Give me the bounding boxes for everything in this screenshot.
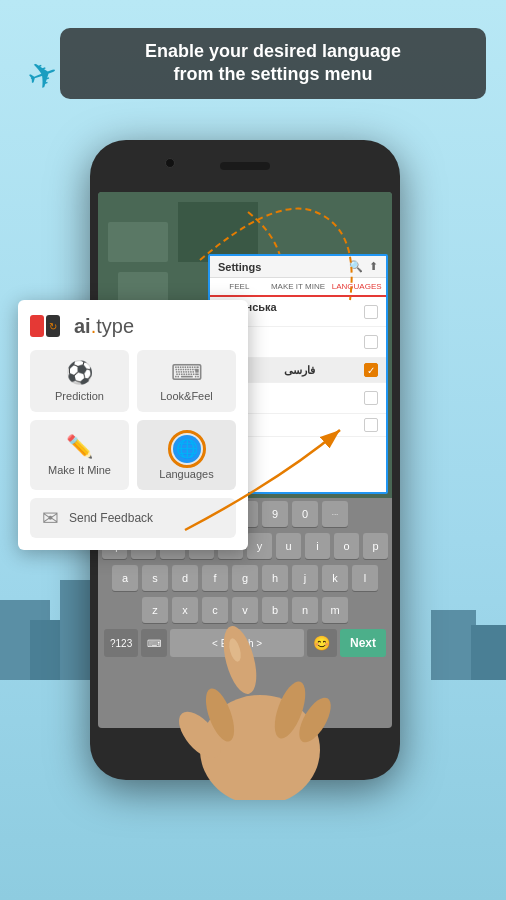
aitype-logo: ↻ ai.type: [30, 312, 236, 340]
lang-farsi-check[interactable]: ✓: [364, 363, 378, 377]
key-j[interactable]: j: [292, 565, 318, 591]
key-g[interactable]: g: [232, 565, 258, 591]
key-d[interactable]: d: [172, 565, 198, 591]
makeitmine-icon: ✏️: [66, 434, 93, 460]
search-icon[interactable]: 🔍: [349, 260, 363, 273]
key-h[interactable]: h: [262, 565, 288, 591]
svg-point-5: [217, 623, 262, 698]
aitype-popup: ↻ ai.type ⚽ Prediction ⌨ Look&Feel ✏️ Ma…: [18, 300, 248, 550]
lang-hebrew-check[interactable]: [364, 335, 378, 349]
menu-item-lookfeel[interactable]: ⌨ Look&Feel: [137, 350, 236, 412]
menu-item-prediction[interactable]: ⚽ Prediction: [30, 350, 129, 412]
lang-farsi: فارسی: [284, 364, 315, 377]
key-k[interactable]: k: [322, 565, 348, 591]
feedback-icon: ✉: [42, 506, 59, 530]
menu-item-makeitmine[interactable]: ✏️ Make It Mine: [30, 420, 129, 490]
key-a[interactable]: a: [112, 565, 138, 591]
logo-text: ai.type: [74, 315, 134, 338]
settings-header: Settings 🔍 ⬆: [210, 256, 386, 278]
top-banner: Enable your desired languagefrom the set…: [60, 28, 486, 99]
globe-icon: 🌐: [173, 435, 201, 463]
key-l[interactable]: l: [352, 565, 378, 591]
svg-rect-1: [108, 222, 168, 262]
lang-nepali-check[interactable]: [364, 391, 378, 405]
svg-rect-2: [178, 202, 258, 262]
languages-label: Languages: [159, 468, 213, 480]
feedback-label: Send Feedback: [69, 511, 153, 525]
key-p[interactable]: p: [363, 533, 388, 559]
menu-feedback[interactable]: ✉ Send Feedback: [30, 498, 236, 538]
phone-camera: [165, 158, 175, 168]
lookfeel-icon: ⌨: [171, 360, 203, 386]
key-o[interactable]: o: [334, 533, 359, 559]
share-icon[interactable]: ⬆: [369, 260, 378, 273]
key-u[interactable]: u: [276, 533, 301, 559]
key-9[interactable]: 9: [262, 501, 288, 527]
hand-svg: [160, 620, 360, 800]
logo-icon: ↻: [30, 312, 68, 340]
svg-rect-3: [118, 272, 168, 302]
tab-make-it-mine[interactable]: MAKE IT MINE: [269, 278, 328, 295]
key-0[interactable]: 0: [292, 501, 318, 527]
lookfeel-label: Look&Feel: [160, 390, 213, 402]
lang-ukrainian-check[interactable]: [364, 305, 378, 319]
languages-circle: 🌐: [168, 430, 206, 468]
lang-marathi-check[interactable]: [364, 418, 378, 432]
settings-tabs: FEEL MAKE IT MINE LANGUAGES: [210, 278, 386, 297]
key-s[interactable]: s: [142, 565, 168, 591]
menu-item-languages[interactable]: 🌐 Languages: [137, 420, 236, 490]
key-i[interactable]: i: [305, 533, 330, 559]
menu-grid: ⚽ Prediction ⌨ Look&Feel ✏️ Make It Mine…: [30, 350, 236, 490]
prediction-icon: ⚽: [66, 360, 93, 386]
settings-title: Settings: [218, 261, 261, 273]
tab-languages[interactable]: LANGUAGES: [327, 278, 386, 297]
key-y[interactable]: y: [247, 533, 272, 559]
makeitmine-label: Make It Mine: [48, 464, 111, 476]
banner-text: Enable your desired languagefrom the set…: [76, 40, 470, 87]
key-dots[interactable]: ···: [322, 501, 348, 527]
phone-speaker: [220, 162, 270, 170]
hand-pointing: [160, 620, 360, 800]
prediction-label: Prediction: [55, 390, 104, 402]
tab-feel[interactable]: FEEL: [210, 278, 269, 295]
key-num[interactable]: ?123: [104, 629, 138, 657]
key-f[interactable]: f: [202, 565, 228, 591]
asdf-row: a s d f g h j k l: [98, 562, 392, 594]
